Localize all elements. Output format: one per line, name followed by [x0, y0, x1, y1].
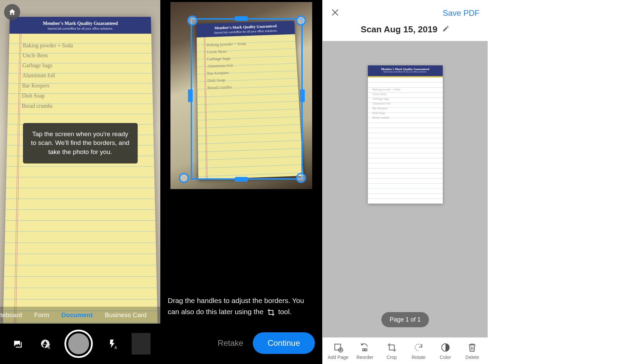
notepad-text: Baking powder + Soda Uncle Bens Garbage …: [22, 40, 149, 111]
svg-point-0: [16, 342, 17, 343]
review-header: Save PDF: [323, 0, 488, 24]
scan-title-row: Scan Aug 15, 2019: [323, 24, 488, 41]
rotate-label: Rotate: [412, 355, 426, 360]
retake-button[interactable]: Retake: [218, 338, 243, 348]
crop-border: [191, 18, 303, 180]
color-icon: [440, 342, 451, 353]
notepad-brand: Member's Mark Quality Guaranteed: [12, 21, 148, 26]
crop-bottom: Drag the handles to adjust the borders. …: [160, 285, 322, 364]
reorder-icon: [360, 342, 370, 353]
rotate-button[interactable]: Rotate: [406, 342, 431, 360]
pencil-icon: [442, 25, 450, 32]
notepad-body: Baking powder + Soda Uncle Bens Garbage …: [3, 34, 157, 324]
delete-label: Delete: [465, 355, 479, 360]
crop-button[interactable]: Crop: [380, 342, 404, 360]
add-page-label: Add Page: [328, 355, 349, 360]
close-button[interactable]: [331, 8, 339, 18]
rename-button[interactable]: [442, 24, 450, 35]
crop-area: Member's Mark Quality Guaranteed SamsClu…: [170, 2, 312, 189]
crop-icon: [267, 308, 275, 316]
crop-handle-top-left[interactable]: [187, 16, 197, 26]
crop-hint-post: tool.: [278, 308, 292, 315]
crop-screen: Member's Mark Quality Guaranteed SamsClu…: [160, 0, 322, 364]
capture-bottom-bar: A A: [0, 324, 160, 364]
scan-page-thumbnail[interactable]: Member's Mark Quality Guaranteed SamsClu…: [368, 65, 443, 204]
notepad-brand: Member's Mark Quality Guaranteed: [369, 67, 441, 71]
color-label: Color: [440, 355, 451, 360]
crop-preview[interactable]: Member's Mark Quality Guaranteed SamsClu…: [160, 0, 322, 285]
color-button[interactable]: Color: [433, 342, 458, 360]
add-page-icon: [333, 342, 343, 353]
capture-screen: Member's Mark Quality Guaranteed SamsClu…: [0, 0, 160, 364]
notepad-body: Baking powder + Soda Uncle Bens Garbage …: [368, 78, 443, 204]
notepad-sub: SamsClub.com/office for all your office …: [369, 71, 441, 73]
reorder-button[interactable]: Reorder: [353, 342, 377, 360]
crop-handle-bottom-right[interactable]: [296, 173, 306, 183]
category-form[interactable]: Form: [34, 311, 49, 319]
reorder-label: Reorder: [356, 355, 374, 360]
category-business-card[interactable]: Business Card: [105, 311, 147, 319]
crop-handle-right[interactable]: [300, 89, 305, 102]
crop-handle-top-right[interactable]: [296, 16, 306, 26]
review-toolbar: Add Page Reorder Crop Rotate Color Delet…: [323, 337, 488, 364]
scan-hint-tooltip: Tap the screen when you're ready to scan…: [23, 123, 138, 163]
scan-title: Scan Aug 15, 2019: [361, 24, 437, 35]
trash-icon: [467, 342, 477, 353]
crop-label: Crop: [387, 355, 397, 360]
home-button[interactable]: [4, 4, 20, 20]
camera-viewfinder[interactable]: Member's Mark Quality Guaranteed SamsClu…: [0, 0, 160, 324]
flash-button[interactable]: A: [104, 336, 120, 352]
add-page-button[interactable]: Add Page: [326, 342, 350, 360]
gallery-icon: [13, 339, 23, 349]
notepad-text: Baking powder + Soda Uncle Bens Garbage …: [373, 87, 440, 120]
notepad-header: Member's Mark Quality Guaranteed SamsClu…: [368, 65, 443, 78]
shutter-button[interactable]: [64, 330, 93, 358]
review-body[interactable]: Member's Mark Quality Guaranteed SamsClu…: [323, 41, 488, 337]
crop-handle-bottom[interactable]: [235, 177, 248, 182]
svg-rect-3: [363, 349, 364, 351]
crop-handle-bottom-left[interactable]: [179, 173, 189, 183]
page-indicator: Page 1 of 1: [381, 312, 429, 327]
crop-icon: [387, 342, 397, 353]
crop-handle-top[interactable]: [235, 16, 248, 21]
continue-button[interactable]: Continue: [253, 332, 315, 354]
auto-capture-button[interactable]: A: [37, 336, 53, 352]
category-whiteboard[interactable]: teboard: [0, 311, 22, 319]
gallery-button[interactable]: [10, 336, 26, 352]
crop-hint: Drag the handles to adjust the borders. …: [168, 295, 315, 317]
home-icon: [8, 8, 16, 16]
close-icon: [331, 8, 339, 17]
save-pdf-button[interactable]: Save PDF: [443, 8, 480, 18]
last-scan-thumbnail[interactable]: [132, 333, 151, 355]
svg-rect-4: [365, 349, 367, 351]
right-margin: [488, 0, 625, 364]
rotate-icon: [413, 342, 424, 353]
notepad-header: Member's Mark Quality Guaranteed SamsClu…: [9, 17, 151, 34]
crop-actions: Retake Continue: [168, 332, 315, 354]
notepad: Member's Mark Quality Guaranteed SamsClu…: [3, 17, 157, 324]
notepad-sub: SamsClub.com/office for all your office …: [12, 27, 148, 30]
capture-category-row[interactable]: teboard Form Document Business Card: [0, 307, 160, 324]
crop-handle-left[interactable]: [188, 89, 193, 102]
svg-rect-1: [335, 344, 341, 350]
review-screen: Save PDF Scan Aug 15, 2019 Member's Mark…: [322, 0, 488, 364]
category-document[interactable]: Document: [61, 311, 93, 319]
delete-button[interactable]: Delete: [460, 342, 484, 360]
